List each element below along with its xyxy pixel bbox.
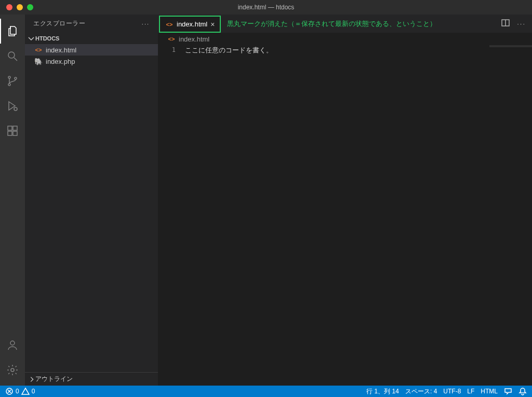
feedback-icon [504,387,512,395]
breadcrumb-file: index.html [179,35,209,43]
sidebar: エクスプローラー ··· HTDOCS <> index.html 🐘 inde… [25,15,158,386]
editor-body[interactable]: 1 ここに任意のコードを書く。 [158,45,532,386]
play-bug-icon [6,100,19,112]
split-editor-button[interactable] [501,19,510,29]
tab-bar: <> index.html × 黒丸マークが消えた（＝保存されて最新の状態である… [158,15,532,33]
split-icon [501,19,510,27]
php-file-icon: 🐘 [34,57,43,65]
breadcrumb[interactable]: <> index.html [158,33,532,45]
cursor-position[interactable]: 行 1、列 14 [366,387,399,396]
extensions-activity[interactable] [0,118,25,143]
window-controls [0,4,33,10]
account-icon [6,339,19,351]
svg-rect-8 [8,131,12,135]
maximize-window-button[interactable] [27,4,33,10]
file-name: index.html [46,46,76,54]
outline-label: アウトライン [35,375,73,384]
activity-bar [0,15,25,386]
svg-point-4 [15,77,17,79]
tab-label: index.html [177,20,207,28]
notifications-button[interactable] [518,387,527,395]
minimap[interactable] [489,45,532,47]
svg-rect-7 [13,126,17,130]
html-file-icon: <> [165,20,174,29]
outline-section[interactable]: アウトライン [25,372,158,386]
accounts-activity[interactable] [0,333,25,358]
svg-rect-6 [8,126,12,130]
search-icon [6,50,19,62]
error-icon [5,387,14,395]
eol-status[interactable]: LF [467,388,474,395]
line-gutter: 1 [158,45,185,386]
files-icon [6,25,19,37]
explorer-activity[interactable] [0,19,25,44]
error-count: 0 [16,388,19,395]
editor-actions: ··· [501,15,532,33]
sidebar-header: エクスプローラー ··· [25,15,158,33]
settings-activity[interactable] [0,358,25,382]
extensions-icon [6,125,19,137]
status-bar: 0 0 行 1、列 14 スペース: 4 UTF-8 LF HTML [0,386,532,397]
svg-line-1 [14,58,17,61]
editor-area: <> index.html × 黒丸マークが消えた（＝保存されて最新の状態である… [158,15,532,386]
problems-status[interactable]: 0 0 [5,387,35,395]
source-control-activity[interactable] [0,69,25,93]
sidebar-title: エクスプローラー [33,19,85,28]
sidebar-more-button[interactable]: ··· [142,21,150,27]
svg-point-0 [8,52,15,58]
branch-icon [6,75,19,87]
chevron-down-icon [27,34,35,43]
tab-index-html[interactable]: <> index.html × [159,16,221,33]
html-file-icon: <> [167,35,176,43]
svg-point-11 [11,368,14,372]
search-activity[interactable] [0,44,25,69]
more-actions-button[interactable]: ··· [517,20,526,28]
code-line: ここに任意のコードを書く。 [185,46,532,55]
gear-icon [6,364,19,376]
svg-rect-9 [13,131,17,135]
svg-point-10 [10,341,15,345]
bell-icon [518,387,527,395]
chevron-right-icon [28,375,35,384]
run-debug-activity[interactable] [0,93,25,118]
title-bar: index.html — htdocs [0,0,532,15]
warning-count: 0 [32,388,35,395]
file-name: index.php [46,58,75,65]
indentation-status[interactable]: スペース: 4 [405,387,437,396]
file-item-index-php[interactable]: 🐘 index.php [25,56,158,67]
window-title: index.html — htdocs [0,4,532,11]
project-name: HTDOCS [35,35,59,42]
annotation-text: 黒丸マークが消えた（＝保存されて最新の状態である、ということ） [222,15,436,33]
svg-point-2 [8,76,10,78]
file-item-index-html[interactable]: <> index.html [25,44,158,56]
html-file-icon: <> [34,46,43,54]
project-header[interactable]: HTDOCS [25,33,158,44]
svg-point-3 [8,84,10,86]
warning-icon [21,387,30,395]
svg-point-5 [14,107,17,111]
code-content[interactable]: ここに任意のコードを書く。 [185,45,532,386]
encoding-status[interactable]: UTF-8 [443,388,461,395]
close-tab-button[interactable]: × [210,21,215,28]
line-number: 1 [158,46,176,53]
feedback-button[interactable] [504,387,512,395]
minimize-window-button[interactable] [17,4,23,10]
language-status[interactable]: HTML [481,388,498,395]
close-window-button[interactable] [6,4,12,10]
